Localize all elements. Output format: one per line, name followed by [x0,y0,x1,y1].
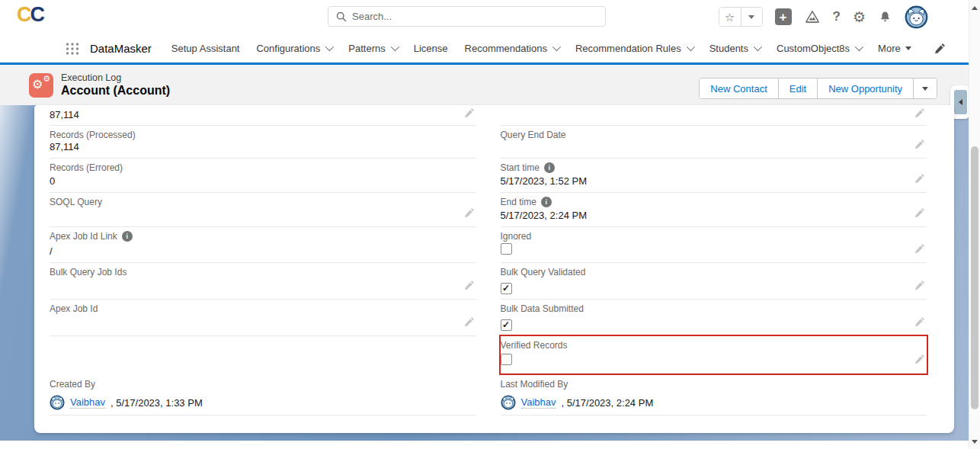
field-query-end-date: Query End Date [501,126,927,159]
right-field-column: Query End Date Start timei 5/17/2023, 1:… [501,105,927,415]
empty-field-slot [50,336,476,374]
field-value [50,281,476,294]
help-icon[interactable]: ? [833,9,841,24]
last-modified-datetime: , 5/17/2023, 2:24 PM [562,397,654,409]
edit-button[interactable]: Edit [779,79,818,98]
field-bulk-query-job-ids: Bulk Query Job Ids [50,263,476,300]
header-icon-group: ☆ + ? ⚙ [719,0,928,34]
field-label: Ignored [501,231,927,242]
chevron-down-icon[interactable] [325,43,334,51]
last-modified-by-user-link[interactable]: Vaibhav [521,396,556,409]
vertical-scrollbar[interactable] [969,0,980,449]
chevron-down-icon[interactable] [552,43,561,51]
caret-down-icon [905,47,911,50]
field-label: Start time [501,162,540,173]
edit-pencil-icon[interactable] [464,207,475,220]
field-value: 5/17/2023, 1:52 PM [501,175,927,188]
created-by-user-link[interactable]: Vaibhav [70,396,105,409]
global-search[interactable] [328,6,606,27]
user-avatar-icon [501,395,516,410]
edit-navigation-pencil-icon[interactable] [934,43,946,57]
chevron-left-icon [959,99,962,105]
field-value: 87,114 [50,108,476,121]
logo-letter-1: C [17,3,30,26]
edit-pencil-icon[interactable] [914,243,925,256]
field-value: 0 [50,175,476,188]
app-launcher-icon[interactable] [66,42,79,59]
field-apex-job-id: Apex Job Id [50,300,476,336]
tab-students[interactable]: Students [709,43,760,54]
edit-pencil-icon[interactable] [914,207,925,220]
user-avatar[interactable] [905,5,928,29]
field-label: Apex Job Id [50,303,476,314]
page-content: ⚙ ⚙ Execution Log Account (Account) New … [0,65,980,441]
field-value [50,209,476,222]
tab-license[interactable]: License [414,43,448,54]
info-icon[interactable]: i [541,197,552,207]
new-opportunity-button[interactable]: New Opportunity [818,79,914,98]
global-header: CC ☆ + ? ⚙ [0,0,980,34]
tab-more[interactable]: More [878,43,911,54]
scrollbar-thumb[interactable] [971,146,978,409]
bulk-query-validated-checkbox[interactable]: ✓ [501,283,512,294]
field-label: Apex Job Id Link [50,231,117,242]
field-partial-top: 87,114 [50,105,476,126]
field-last-modified-by: Last Modified By Vaibhav , 5/17/2023, 2:… [501,374,927,415]
edit-pencil-icon[interactable] [914,139,925,152]
bulk-data-submitted-checkbox[interactable]: ✓ [501,319,512,331]
favorites-star-icon[interactable]: ☆ [719,8,741,26]
field-value [50,318,476,331]
info-icon[interactable]: i [544,162,555,173]
tab-recommendation-rules[interactable]: Recommendation Rules [575,43,693,54]
chevron-down-icon[interactable] [754,43,762,51]
ignored-checkbox[interactable]: ✓ [501,243,512,255]
field-label: Last Modified By [501,379,927,390]
gear-glyph: ⚙ [32,79,43,91]
chevron-down-icon[interactable] [686,43,694,51]
company-logo: CC [17,3,43,27]
setup-gear-icon[interactable]: ⚙ [853,10,866,24]
trailhead-icon[interactable] [804,8,821,25]
edit-pencil-icon[interactable] [464,280,475,293]
tab-patterns[interactable]: Patterns [348,43,396,54]
tab-strip: Setup Assistant Configurations Patterns … [171,43,911,54]
favorites-dropdown-icon[interactable] [741,8,762,26]
tab-recommendations[interactable]: Recommendations [465,43,559,54]
field-bulk-query-validated: Bulk Query Validated ✓ [501,263,927,300]
tab-configurations[interactable]: Configurations [256,43,331,54]
left-field-column: 87,114 Records (Processed) 87,114 Record… [50,105,476,415]
field-label: Records (Processed) [50,130,476,140]
field-label: Created By [50,379,476,390]
edit-pencil-icon[interactable] [914,107,925,120]
logo-letter-2: C [30,3,44,26]
edit-pencil-icon[interactable] [914,316,925,329]
edit-pencil-icon[interactable] [464,107,475,120]
verified-records-checkbox[interactable]: ✓ [501,354,512,365]
scroll-up-arrow[interactable] [969,2,980,14]
field-label: Verified Records [501,340,927,351]
tab-setup-assistant[interactable]: Setup Assistant [171,43,240,54]
field-label: SOQL Query [50,197,476,207]
edit-pencil-icon[interactable] [464,316,475,329]
edit-pencil-icon[interactable] [914,280,925,293]
search-input[interactable] [352,11,597,22]
field-ignored: Ignored ✓ [501,227,927,263]
new-contact-button[interactable]: New Contact [700,79,778,98]
chevron-down-icon[interactable] [855,43,863,51]
caret-down-icon [922,87,928,91]
field-partial-top-right [501,105,927,126]
more-actions-dropdown[interactable] [914,79,937,98]
chevron-down-icon[interactable] [390,43,399,51]
info-icon[interactable]: i [122,231,133,242]
add-plus-icon[interactable]: + [775,8,792,25]
field-value: 5/17/2023, 2:24 PM [501,209,927,222]
notifications-bell-icon[interactable] [878,10,892,24]
record-detail-card: 87,114 Records (Processed) 87,114 Record… [34,105,954,433]
page-title: Account (Account) [61,84,170,98]
edit-pencil-icon[interactable] [914,354,925,367]
edit-pencil-icon[interactable] [914,173,925,186]
field-records-errored: Records (Errored) 0 [50,159,476,193]
tab-customobject8s[interactable]: CustomObject8s [777,43,861,54]
field-value [501,140,927,153]
scroll-down-arrow[interactable] [969,435,980,447]
